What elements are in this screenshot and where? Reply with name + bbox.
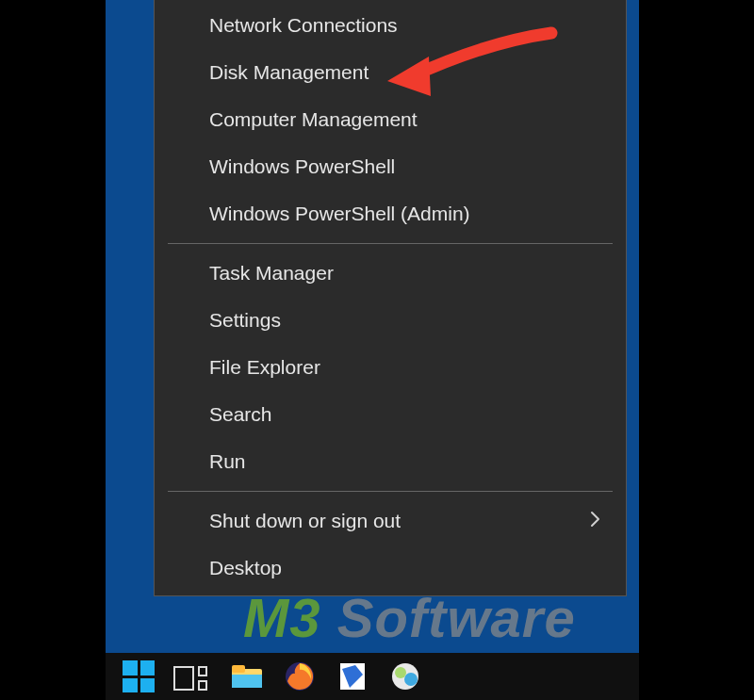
menu-item-label: Disk Management	[209, 61, 369, 84]
menu-item-settings[interactable]: Settings	[155, 297, 626, 344]
menu-item-label: Windows PowerShell	[209, 155, 395, 178]
taskbar-firefox[interactable]	[283, 659, 317, 693]
menu-item-label: Run	[209, 450, 246, 473]
winx-power-user-menu: Network Connections Disk Management Comp…	[154, 0, 627, 596]
menu-item-disk-management[interactable]: Disk Management	[155, 49, 626, 96]
menu-item-run[interactable]: Run	[155, 438, 626, 485]
menu-item-task-manager[interactable]: Task Manager	[155, 250, 626, 297]
taskbar-document[interactable]	[336, 659, 369, 693]
app-icon	[389, 660, 421, 692]
menu-item-windows-powershell-admin[interactable]: Windows PowerShell (Admin)	[155, 190, 626, 237]
menu-item-label: Network Connections	[209, 14, 398, 37]
windows-logo-icon	[123, 660, 138, 676]
svg-point-7	[404, 673, 418, 686]
menu-item-label: Task Manager	[209, 262, 334, 285]
document-icon	[338, 661, 367, 692]
menu-item-computer-management[interactable]: Computer Management	[155, 96, 626, 143]
svg-point-8	[395, 667, 406, 678]
menu-item-shut-down-or-sign-out[interactable]: Shut down or sign out	[155, 497, 626, 545]
menu-item-network-connections[interactable]: Network Connections	[155, 2, 626, 49]
menu-item-label: Shut down or sign out	[209, 510, 401, 532]
task-view-icon	[173, 666, 194, 691]
screenshot-stage: Network Connections Disk Management Comp…	[0, 0, 754, 700]
menu-item-label: Desktop	[209, 557, 282, 579]
menu-item-label: Computer Management	[209, 108, 418, 131]
svg-rect-3	[232, 675, 262, 688]
menu-item-search[interactable]: Search	[155, 391, 626, 438]
svg-rect-2	[232, 665, 245, 673]
menu-item-windows-powershell[interactable]: Windows PowerShell	[155, 143, 626, 190]
taskbar	[106, 653, 639, 700]
menu-separator	[168, 243, 613, 244]
task-view-button[interactable]	[173, 662, 211, 691]
menu-item-desktop[interactable]: Desktop	[155, 545, 626, 592]
chevron-right-icon	[590, 511, 601, 532]
start-button[interactable]	[123, 660, 155, 692]
taskbar-app[interactable]	[388, 659, 422, 693]
menu-item-label: Settings	[209, 309, 281, 332]
menu-item-label: Windows PowerShell (Admin)	[209, 203, 470, 225]
firefox-icon	[284, 660, 316, 692]
file-explorer-icon	[231, 663, 263, 690]
menu-item-label: Search	[209, 403, 272, 426]
menu-item-file-explorer[interactable]: File Explorer	[155, 344, 626, 391]
taskbar-file-explorer[interactable]	[230, 659, 264, 693]
menu-separator	[168, 491, 613, 492]
menu-item-label: File Explorer	[209, 356, 320, 379]
